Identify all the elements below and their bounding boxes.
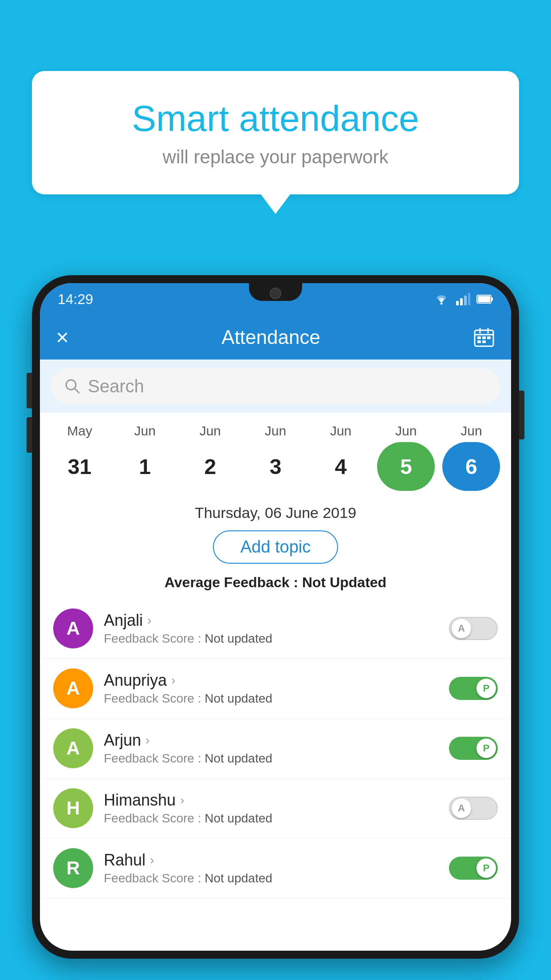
- wifi-icon: [433, 293, 450, 305]
- student-info-4: Rahul›Feedback Score : Not updated: [104, 851, 438, 885]
- calendar-section: MayJunJunJunJunJunJun 31123456: [40, 413, 511, 495]
- speech-bubble: Smart attendance will replace your paper…: [32, 71, 519, 194]
- toggle-knob-2: P: [476, 739, 496, 758]
- student-feedback-2: Feedback Score : Not updated: [104, 751, 438, 766]
- calendar-date-1[interactable]: 1: [116, 442, 174, 491]
- speech-bubble-subtitle: will replace your paperwork: [54, 146, 497, 168]
- chevron-icon: ›: [146, 733, 150, 747]
- student-avatar-1: A: [53, 668, 93, 708]
- student-name-3: Himanshu›: [104, 791, 438, 810]
- calendar-month-0: May: [49, 423, 111, 439]
- calendar-month-6: Jun: [440, 423, 502, 439]
- toggle-knob-0: A: [452, 619, 471, 638]
- chevron-icon: ›: [147, 613, 151, 628]
- student-name-4: Rahul›: [104, 851, 438, 869]
- calendar-months: MayJunJunJunJunJunJun: [47, 423, 504, 439]
- phone-camera: [270, 288, 281, 299]
- calendar-month-3: Jun: [244, 423, 307, 439]
- svg-rect-1: [456, 301, 459, 305]
- calendar-date-31[interactable]: 31: [51, 442, 109, 491]
- toggle-container-4[interactable]: P: [449, 857, 498, 880]
- toggle-container-1[interactable]: P: [449, 677, 498, 700]
- student-name-1: Anupriya›: [104, 671, 438, 690]
- svg-rect-15: [477, 340, 481, 343]
- svg-point-0: [441, 303, 443, 305]
- svg-rect-13: [482, 336, 486, 339]
- student-avatar-0: A: [53, 609, 93, 648]
- selected-date-heading: Thursday, 06 June 2019: [40, 495, 511, 526]
- attendance-toggle-4[interactable]: P: [449, 857, 498, 880]
- student-feedback-0: Feedback Score : Not updated: [104, 632, 438, 646]
- avg-feedback: Average Feedback : Not Updated: [40, 571, 511, 599]
- status-icons: [433, 293, 493, 305]
- svg-rect-4: [468, 293, 470, 305]
- avg-feedback-label: Average Feedback :: [165, 574, 302, 590]
- student-avatar-2: A: [53, 728, 93, 768]
- attendance-toggle-1[interactable]: P: [449, 677, 498, 700]
- chevron-icon: ›: [171, 673, 175, 688]
- student-info-1: Anupriya›Feedback Score : Not updated: [104, 671, 438, 706]
- status-time: 14:29: [58, 291, 93, 308]
- student-row-3[interactable]: HHimanshu›Feedback Score : Not updatedA: [40, 778, 511, 838]
- toggle-container-2[interactable]: P: [449, 737, 498, 760]
- calendar-dates[interactable]: 31123456: [47, 442, 504, 491]
- svg-rect-3: [464, 296, 467, 305]
- speech-bubble-container: Smart attendance will replace your paper…: [32, 71, 519, 194]
- student-info-3: Himanshu›Feedback Score : Not updated: [104, 791, 438, 826]
- attendance-toggle-3[interactable]: A: [449, 797, 498, 820]
- attendance-toggle-2[interactable]: P: [449, 737, 498, 760]
- toggle-knob-1: P: [476, 679, 496, 698]
- calendar-date-4[interactable]: 4: [312, 442, 370, 491]
- student-name-2: Arjun›: [104, 731, 438, 750]
- student-avatar-4: R: [53, 848, 93, 888]
- student-row-0[interactable]: AAnjali›Feedback Score : Not updatedA: [40, 599, 511, 659]
- toggle-knob-4: P: [476, 858, 496, 878]
- student-feedback-1: Feedback Score : Not updated: [104, 692, 438, 706]
- add-topic-button[interactable]: Add topic: [213, 530, 338, 564]
- toggle-knob-3: A: [452, 798, 471, 818]
- signal-icon: [456, 293, 470, 305]
- student-row-4[interactable]: RRahul›Feedback Score : Not updatedP: [40, 838, 511, 898]
- toggle-container-0[interactable]: A: [449, 617, 498, 640]
- avg-feedback-value: Not Updated: [302, 574, 386, 590]
- calendar-date-2[interactable]: 2: [181, 442, 239, 491]
- toggle-container-3[interactable]: A: [449, 797, 498, 820]
- attendance-toggle-0[interactable]: A: [449, 617, 498, 640]
- svg-rect-2: [460, 298, 463, 305]
- speech-bubble-title: Smart attendance: [54, 98, 497, 139]
- svg-rect-16: [482, 340, 486, 343]
- chevron-icon: ›: [150, 853, 154, 867]
- phone-vol-up-button: [27, 373, 32, 408]
- calendar-month-4: Jun: [310, 423, 372, 439]
- calendar-month-5: Jun: [375, 423, 437, 439]
- student-feedback-3: Feedback Score : Not updated: [104, 811, 438, 826]
- student-feedback-4: Feedback Score : Not updated: [104, 871, 438, 885]
- search-placeholder: Search: [88, 376, 144, 396]
- search-container: Search: [40, 360, 511, 413]
- phone-frame: 14:29: [32, 275, 519, 980]
- student-info-0: Anjali›Feedback Score : Not updated: [104, 611, 438, 646]
- calendar-date-5[interactable]: 5: [377, 442, 435, 491]
- phone-screen: 14:29: [40, 283, 511, 951]
- student-info-2: Arjun›Feedback Score : Not updated: [104, 731, 438, 766]
- phone-vol-down-button: [27, 417, 32, 453]
- phone-outer: 14:29: [32, 275, 519, 959]
- search-bar[interactable]: Search: [51, 368, 500, 404]
- svg-rect-6: [491, 297, 493, 301]
- svg-line-18: [75, 388, 79, 393]
- student-avatar-3: H: [53, 788, 93, 828]
- close-button[interactable]: ×: [56, 324, 69, 350]
- phone-power-button: [519, 391, 524, 439]
- calendar-icon[interactable]: [473, 327, 495, 348]
- search-icon: [64, 378, 81, 395]
- calendar-month-1: Jun: [114, 423, 176, 439]
- svg-rect-12: [477, 336, 481, 339]
- svg-rect-7: [478, 296, 490, 302]
- student-row-1[interactable]: AAnupriya›Feedback Score : Not updatedP: [40, 659, 511, 719]
- calendar-date-3[interactable]: 3: [247, 442, 304, 491]
- header-title: Attendance: [221, 326, 320, 348]
- svg-rect-14: [487, 336, 491, 339]
- student-row-2[interactable]: AArjun›Feedback Score : Not updatedP: [40, 719, 511, 778]
- calendar-month-2: Jun: [179, 423, 241, 439]
- calendar-date-6[interactable]: 6: [442, 442, 500, 491]
